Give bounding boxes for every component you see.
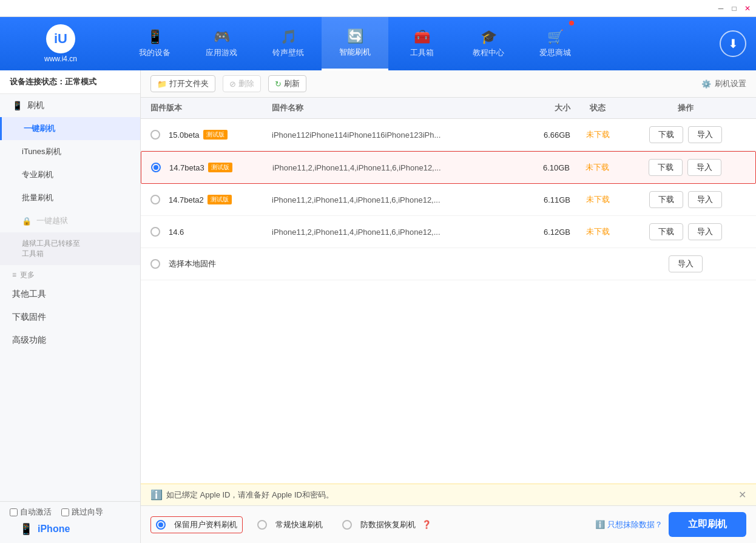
row1-size: 6.66GB xyxy=(522,130,570,140)
flash-now-button[interactable]: 立即刷机 xyxy=(669,512,746,537)
table-row: 14.7beta2 测试版 iPhone11,2,iPhone11,4,iPho… xyxy=(141,184,756,216)
flash-option-keep-data[interactable]: 保留用户资料刷机 xyxy=(150,516,243,533)
sidebar-item-advanced[interactable]: 高级功能 xyxy=(0,329,140,352)
sidebar-item-one-key-flash[interactable]: 一键刷机 xyxy=(0,117,140,140)
nav-item-tutorials-label: 教程中心 xyxy=(473,47,504,58)
row2-badge: 测试版 xyxy=(208,163,232,172)
sidebar-status-label: 设备连接状态： xyxy=(10,77,65,86)
col-header-name: 固件名称 xyxy=(272,103,522,113)
skip-data-link[interactable]: ℹ️ 只想抹除数据？ xyxy=(595,519,663,530)
nav-item-store-label: 爱思商城 xyxy=(539,47,571,58)
refresh-button[interactable]: ↻ 刷新 xyxy=(268,75,306,92)
header: iU www.i4.cn 📱 我的设备 🎮 应用游戏 🎵 铃声壁纸 🔄 智能刷机… xyxy=(0,17,756,70)
nav-item-smart-flash[interactable]: 🔄 智能刷机 xyxy=(322,17,388,70)
refresh-label: 刷新 xyxy=(284,78,300,89)
row4-actions: 下载 导入 xyxy=(625,223,746,240)
auto-activate-input[interactable] xyxy=(10,508,18,516)
maximize-button[interactable]: □ xyxy=(728,2,740,15)
fw-version-col: 15.0beta 测试版 xyxy=(150,130,272,140)
row4-status: 未下载 xyxy=(570,226,625,237)
row3-radio[interactable] xyxy=(150,195,160,204)
help-icon[interactable]: ❓ xyxy=(422,520,431,529)
sidebar-item-flash-label: 刷机 xyxy=(27,100,44,111)
table-row: 15.0beta 测试版 iPhone112iPhone114iPhone116… xyxy=(141,119,756,151)
fw-version-col: 14.7beta2 测试版 xyxy=(150,195,272,204)
row5-import-button[interactable]: 导入 xyxy=(669,255,703,272)
keep-data-label: 保留用户资料刷机 xyxy=(174,519,237,530)
open-folder-button[interactable]: 📁 打开文件夹 xyxy=(150,75,215,92)
notice-close-button[interactable]: ✕ xyxy=(738,489,746,501)
table-row: 选择本地固件 导入 xyxy=(141,248,756,280)
sidebar-item-jailbreak-label: 一键越狱 xyxy=(36,215,68,226)
sidebar-item-other-tools[interactable]: 其他工具 xyxy=(0,283,140,306)
lock-icon: 🔒 xyxy=(22,217,32,226)
sidebar-item-batch-flash[interactable]: 批量刷机 xyxy=(0,186,140,209)
col-header-version: 固件版本 xyxy=(150,103,272,113)
nav-item-tutorials[interactable]: 🎓 教程中心 xyxy=(455,17,522,70)
auto-activate-label: 自动激活 xyxy=(20,507,52,518)
open-folder-label: 打开文件夹 xyxy=(169,78,209,89)
nav-item-apps-games-label: 应用游戏 xyxy=(206,47,237,58)
delete-label: 删除 xyxy=(238,78,254,89)
nav-item-apps-games[interactable]: 🎮 应用游戏 xyxy=(188,17,255,70)
info-icon: ℹ️ xyxy=(595,520,605,529)
sidebar-item-itunes-flash[interactable]: iTunes刷机 xyxy=(0,140,140,163)
row2-radio[interactable] xyxy=(151,163,161,172)
quick-flash-radio[interactable] xyxy=(257,520,267,530)
row1-import-button[interactable]: 导入 xyxy=(688,126,722,143)
settings-icon: ⚙️ xyxy=(701,79,711,89)
data-recovery-radio[interactable] xyxy=(342,520,352,530)
keep-data-radio[interactable] xyxy=(156,520,166,530)
my-device-icon: 📱 xyxy=(147,29,163,45)
nav-item-toolbox[interactable]: 🧰 工具箱 xyxy=(388,17,455,70)
nav-item-store[interactable]: 🛒 爱思商城 xyxy=(522,17,589,70)
apps-games-icon: 🎮 xyxy=(214,29,230,45)
sidebar-item-pro-flash[interactable]: 专业刷机 xyxy=(0,163,140,186)
table-row: 14.6 iPhone11,2,iPhone11,4,iPhone11,6,iP… xyxy=(141,216,756,248)
row4-radio[interactable] xyxy=(150,227,160,237)
row3-status: 未下载 xyxy=(570,194,625,205)
row4-import-button[interactable]: 导入 xyxy=(688,223,722,240)
sidebar-item-one-key-flash-label: 一键刷机 xyxy=(24,123,55,134)
nav-item-my-device[interactable]: 📱 我的设备 xyxy=(121,17,188,70)
flash-settings-button[interactable]: ⚙️ 刷机设置 xyxy=(701,78,746,89)
sidebar: 设备连接状态：正常模式 📱 刷机 一键刷机 iTunes刷机 专业刷机 批量刷机… xyxy=(0,70,141,543)
flash-option-recovery[interactable]: 防数据恢复刷机 ❓ xyxy=(337,517,436,533)
content-area: 📁 打开文件夹 ⊘ 删除 ↻ 刷新 ⚙️ 刷机设置 固件版本 固件名称 大小 xyxy=(141,70,756,543)
skip-guide-label: 跳过向导 xyxy=(72,507,103,518)
refresh-icon: ↻ xyxy=(275,79,282,89)
nav-item-ringtones[interactable]: 🎵 铃声壁纸 xyxy=(255,17,322,70)
notice-text: 如已绑定 Apple ID，请准备好 Apple ID和密码。 xyxy=(166,490,334,501)
fw-version-col: 14.6 xyxy=(150,227,272,237)
sidebar-menu: 📱 刷机 一键刷机 iTunes刷机 专业刷机 批量刷机 🔒 一键越狱 越狱工具… xyxy=(0,94,140,501)
sidebar-checkboxes: 自动激活 跳过向导 xyxy=(10,507,130,518)
row4-download-button[interactable]: 下载 xyxy=(649,223,683,240)
row1-name: iPhone112iPhone114iPhone116iPhone123iPh.… xyxy=(272,130,522,140)
row2-import-button[interactable]: 导入 xyxy=(687,159,721,176)
row3-import-button[interactable]: 导入 xyxy=(688,191,722,208)
row1-download-button[interactable]: 下载 xyxy=(649,126,683,143)
row4-version: 14.6 xyxy=(169,228,184,237)
row2-size: 6.10GB xyxy=(521,163,570,172)
nav-item-my-device-label: 我的设备 xyxy=(139,47,170,58)
logo-icon: iU xyxy=(46,24,75,53)
auto-activate-checkbox[interactable]: 自动激活 xyxy=(10,507,52,518)
device-name: iPhone xyxy=(38,524,70,535)
iphone-icon: 📱 xyxy=(19,522,33,536)
minimize-button[interactable]: ─ xyxy=(715,2,727,15)
row2-download-button[interactable]: 下载 xyxy=(649,159,683,176)
sidebar-item-download-firmware[interactable]: 下载固件 xyxy=(0,306,140,329)
row3-download-button[interactable]: 下载 xyxy=(649,191,683,208)
sidebar-more-label: 更多 xyxy=(20,270,35,280)
row1-radio[interactable] xyxy=(150,130,160,140)
flash-option-quick[interactable]: 常规快速刷机 xyxy=(252,517,328,533)
sidebar-item-flash[interactable]: 📱 刷机 xyxy=(0,94,140,117)
close-button[interactable]: ✕ xyxy=(741,2,754,15)
skip-guide-input[interactable] xyxy=(61,508,69,516)
download-button[interactable]: ⬇ xyxy=(720,30,746,57)
skip-guide-checkbox[interactable]: 跳过向导 xyxy=(61,507,103,518)
nav-items: 📱 我的设备 🎮 应用游戏 🎵 铃声壁纸 🔄 智能刷机 🧰 工具箱 🎓 教程中心… xyxy=(121,17,720,70)
row5-radio[interactable] xyxy=(150,259,160,269)
main-layout: 设备连接状态：正常模式 📱 刷机 一键刷机 iTunes刷机 专业刷机 批量刷机… xyxy=(0,70,756,543)
delete-button[interactable]: ⊘ 删除 xyxy=(223,75,261,92)
